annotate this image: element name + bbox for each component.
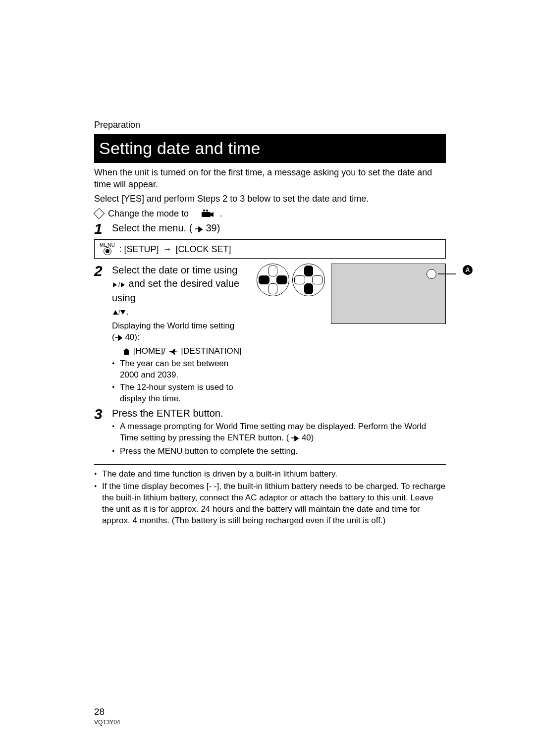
intro-block: When the unit is turned on for the first…: [94, 166, 446, 205]
page-footer: 28 VQT3Y04: [94, 705, 120, 726]
doc-code: VQT3Y04: [94, 718, 120, 726]
page-number: 28: [94, 705, 120, 718]
step-number: 3: [94, 407, 105, 457]
step2-line-a: Select the date or time using: [112, 265, 237, 275]
step3-bullets: A message prompting for World Time setti…: [112, 421, 446, 457]
menu-clock-set: [CLOCK SET]: [175, 243, 231, 255]
menu-arrow: →: [162, 243, 171, 255]
notes: The date and time function is driven by …: [94, 469, 446, 527]
dpad-left-right-icon: [257, 264, 289, 296]
page: Preparation Setting date and time When t…: [0, 0, 535, 756]
intro-line-1: When the unit is turned on for the first…: [94, 166, 446, 191]
svg-point-1: [206, 210, 208, 212]
step2-line-b: and set the desired value using: [112, 278, 239, 303]
home-label: [HOME]/: [133, 346, 165, 356]
section-label: Preparation: [94, 119, 446, 132]
step-3: 3 Press the ENTER button. A message prom…: [94, 407, 446, 457]
intro-line-2: Select [YES] and perform Steps 2 to 3 be…: [94, 193, 446, 205]
destination-label: [DESTINATION]: [181, 346, 241, 356]
sub1-a: Displaying the World time setting: [112, 321, 234, 330]
menu-word: MENU: [100, 243, 115, 247]
svg-text:/: /: [118, 309, 120, 316]
dpad-up-down-icon: [292, 264, 325, 296]
mode-suffix: .: [219, 208, 222, 219]
arrow-right-icon: [115, 333, 123, 344]
bullet-press-menu: Press the MENU button to complete the se…: [112, 446, 446, 457]
callout-marker: [427, 269, 436, 279]
step1-text-a: Select the menu. (: [112, 222, 192, 233]
b1-a: A message prompting for World Time setti…: [120, 422, 426, 442]
step-number: 1: [94, 221, 105, 236]
record-mode-icon: [201, 208, 214, 219]
arrow-right-icon: [195, 222, 203, 236]
mode-text: Change the mode to: [108, 208, 189, 219]
step-body: Select the menu. ( 39): [112, 221, 446, 236]
step1-ref: 39): [206, 222, 220, 233]
diamond-icon: [94, 208, 105, 219]
sub1-b: 40):: [125, 332, 139, 342]
step3-text: Press the ENTER button.: [112, 407, 446, 420]
mode-row: Change the mode to .: [94, 208, 446, 219]
menu-setup: : [SETUP]: [119, 243, 159, 255]
home-dest-row: [HOME]/ [DESTINATION]: [122, 346, 247, 357]
step-1: 1 Select the menu. ( 39): [94, 221, 446, 236]
step-body: Press the ENTER button. A message prompt…: [112, 407, 446, 457]
callout-label-a: A: [463, 265, 473, 275]
svg-rect-2: [202, 212, 211, 217]
menu-path-box: MENU : [SETUP] → [CLOCK SET]: [94, 239, 446, 259]
step-2: 2 Select the date or time using / and s: [94, 264, 446, 405]
b1-b: 40): [302, 433, 314, 442]
menu-button-icon: MENU: [100, 243, 115, 255]
callout-line-icon: [438, 270, 463, 279]
home-icon: [122, 346, 133, 356]
page-title: Setting date and time: [94, 134, 446, 163]
lcd-screen-icon: [331, 264, 446, 324]
note-battery-driven: The date and time function is driven by …: [94, 469, 446, 480]
arrow-right-icon: [291, 433, 299, 445]
illustration: A: [257, 264, 446, 324]
up-down-arrow-icon: /: [112, 306, 126, 319]
divider: [94, 464, 446, 465]
bullet-year-range: The year can be set between 2000 and 203…: [112, 358, 247, 381]
svg-point-0: [203, 210, 205, 212]
note-recharge: If the time display becomes [- -], the b…: [94, 481, 446, 527]
left-right-arrow-icon: /: [112, 278, 126, 291]
bullet-world-time: A message prompting for World Time setti…: [112, 421, 446, 445]
bullet-12h: The 12-hour system is used to display th…: [112, 382, 247, 405]
svg-text:/: /: [118, 282, 120, 288]
step2-bullets: The year can be set between 2000 and 203…: [112, 358, 247, 405]
world-time-sub: Displaying the World time setting ( 40):: [112, 321, 247, 344]
step2-line-c: .: [126, 306, 129, 317]
step-body: Select the date or time using / and set …: [112, 264, 446, 405]
step-number: 2: [94, 264, 105, 405]
airplane-icon: [168, 346, 181, 356]
